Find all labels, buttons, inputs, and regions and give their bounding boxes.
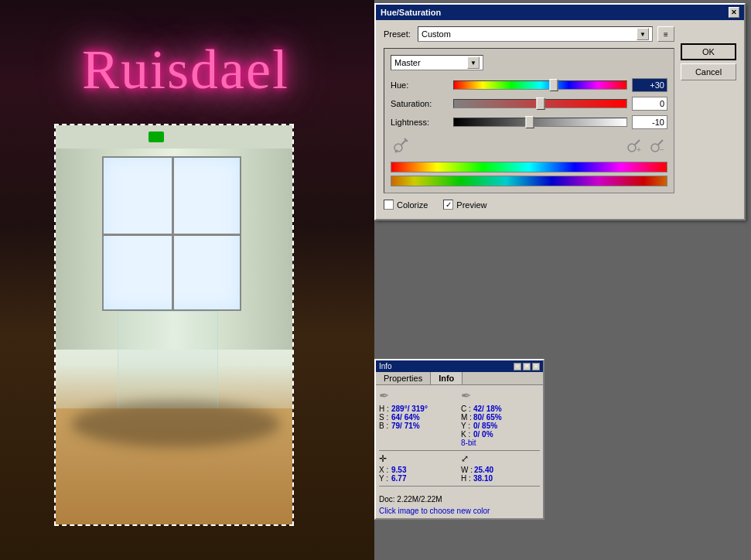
- y-coord-value: 6.77: [391, 474, 406, 483]
- tab-properties[interactable]: Properties: [376, 372, 431, 384]
- tab-info[interactable]: Info: [431, 372, 463, 384]
- color-bar-original: [391, 162, 667, 172]
- room-ceiling: [56, 125, 292, 149]
- preset-dropdown[interactable]: Custom ▼: [418, 26, 653, 42]
- hsb-column: ✒ H : 289°/ 319° S : 64/ 64% B : 79/ 71%: [379, 388, 458, 447]
- canvas-area: Ruisdael: [0, 0, 374, 560]
- info-divider: [379, 450, 540, 451]
- eyedropper-icons-right: + −: [624, 135, 667, 155]
- room-windows: [102, 156, 241, 311]
- cancel-button[interactable]: Cancel: [681, 63, 736, 80]
- info-panel-title: Info: [379, 362, 392, 370]
- lightness-slider-track-container: [453, 118, 627, 127]
- lightness-track[interactable]: [453, 118, 627, 127]
- panel-close-button[interactable]: ✕: [523, 363, 531, 370]
- selection-border: [54, 124, 294, 526]
- doc-size: Doc: 2.22M/2.22M: [379, 495, 540, 504]
- hue-slider-track-container: [453, 80, 627, 90]
- preset-label: Preset:: [384, 29, 413, 39]
- info-color-section: ✒ H : 289°/ 319° S : 64/ 64% B : 79/ 71%: [379, 388, 540, 447]
- cmyk-column: ✒ C : 42/ 18% M : 80/ 65% Y : 0/ 85% K :…: [461, 388, 540, 447]
- hue-saturation-dialog: Hue/Saturation ✕ Preset: Custom ▼ ≡ Mast…: [374, 3, 746, 220]
- color-bars: [391, 162, 667, 186]
- eyedropper-icon[interactable]: [391, 135, 411, 155]
- color-bar-adjusted: [391, 176, 667, 186]
- floor-shadow: [71, 401, 280, 447]
- k-value: 0/ 0%: [473, 430, 493, 439]
- dialog-close-button[interactable]: ✕: [729, 7, 739, 18]
- k-label: K :: [461, 430, 472, 439]
- y-value: 0/ 85%: [473, 422, 497, 430]
- info-tabs: Properties Info: [376, 372, 543, 385]
- svg-point-0: [394, 144, 402, 152]
- preset-options-button[interactable]: ≡: [657, 26, 674, 42]
- c-label: C :: [461, 405, 472, 413]
- b-value: 79/ 71%: [391, 422, 420, 430]
- ok-button[interactable]: OK: [681, 43, 736, 60]
- lightness-label: Lightness:: [391, 118, 449, 127]
- hint-text: Click image to choose new color: [379, 507, 540, 515]
- svg-text:+: +: [637, 145, 641, 154]
- bit-depth: 8-bit: [461, 439, 540, 447]
- neon-sign: Ruisdael: [46, 23, 325, 116]
- x-value: 9.53: [391, 466, 406, 474]
- b-label: B :: [379, 422, 390, 430]
- panel-menu-button[interactable]: ≡: [532, 363, 540, 370]
- xy-column: ✛ X : 9.53 Y : 6.77: [379, 453, 458, 483]
- channel-dropdown[interactable]: Master ▼: [391, 55, 483, 70]
- eyedropper-add-icon[interactable]: +: [624, 135, 644, 155]
- saturation-slider-row: Saturation:: [391, 97, 667, 111]
- info-panel: Info « ✕ ≡ Properties Info ✒ H : 289°/ 3…: [374, 359, 544, 520]
- h-dim-value: 38.10: [473, 474, 493, 483]
- preview-checkbox-row: ✓ Preview: [443, 200, 486, 210]
- colorize-checkbox-row: Colorize: [384, 200, 428, 210]
- svg-line-8: [658, 140, 663, 145]
- hue-track[interactable]: [453, 80, 627, 90]
- preview-label: Preview: [456, 200, 486, 210]
- tool-icons-row: + −: [391, 135, 667, 155]
- panel-collapse-button[interactable]: «: [514, 363, 521, 370]
- exit-sign: [148, 131, 164, 142]
- preset-row: Preset: Custom ▼ ≡: [384, 26, 674, 42]
- m-value: 80/ 65%: [473, 413, 502, 422]
- channel-dropdown-arrow[interactable]: ▼: [467, 56, 480, 69]
- neon-sign-text: Ruisdael: [82, 38, 289, 102]
- checkboxes-row: Colorize ✓ Preview: [384, 200, 674, 213]
- preset-value: Custom: [422, 29, 451, 39]
- dialog-title: Hue/Saturation: [381, 8, 441, 17]
- hue-slider-thumb[interactable]: [550, 79, 558, 91]
- eyedropper-small-icon: ✒: [379, 388, 389, 403]
- adjustments-panel: Master ▼ Hue: Saturation:: [384, 48, 674, 193]
- colorize-checkbox[interactable]: [384, 200, 394, 210]
- info-divider-2: [379, 486, 540, 487]
- info-panel-titlebar: Info « ✕ ≡: [376, 360, 543, 372]
- hue-input[interactable]: [632, 78, 667, 92]
- colorize-label: Colorize: [397, 200, 428, 210]
- y-label: Y :: [461, 422, 472, 430]
- x-label: X :: [379, 466, 390, 474]
- channel-row: Master ▼: [391, 55, 667, 70]
- resize-icon: ⤢: [461, 453, 469, 464]
- saturation-slider-thumb[interactable]: [536, 97, 544, 110]
- saturation-slider-track-container: [453, 99, 627, 108]
- y-coord-label: Y :: [379, 474, 390, 483]
- info-body: ✒ H : 289°/ 319° S : 64/ 64% B : 79/ 71%: [376, 385, 543, 492]
- lightness-slider-thumb[interactable]: [526, 116, 534, 128]
- svg-point-4: [628, 144, 636, 152]
- m-label: M :: [461, 413, 472, 422]
- s-label: S :: [379, 413, 390, 422]
- preview-checkbox[interactable]: ✓: [443, 200, 453, 210]
- saturation-input[interactable]: [632, 97, 667, 111]
- h-dim-label: H :: [461, 474, 472, 483]
- w-label: W :: [461, 466, 473, 474]
- h-label: H :: [379, 405, 390, 413]
- wh-column: ⤢ W : 25.40 H : 38.10: [461, 453, 540, 483]
- dialog-buttons: OK Cancel: [681, 43, 736, 80]
- window-cross-v: [172, 158, 174, 309]
- lightness-input[interactable]: [632, 115, 667, 129]
- eyedropper-subtract-icon[interactable]: −: [647, 135, 667, 155]
- photo-content: [56, 125, 292, 524]
- preset-dropdown-arrow[interactable]: ▼: [637, 28, 649, 40]
- info-coords-section: ✛ X : 9.53 Y : 6.77 ⤢ W : 25.40: [379, 453, 540, 483]
- saturation-track[interactable]: [453, 99, 627, 108]
